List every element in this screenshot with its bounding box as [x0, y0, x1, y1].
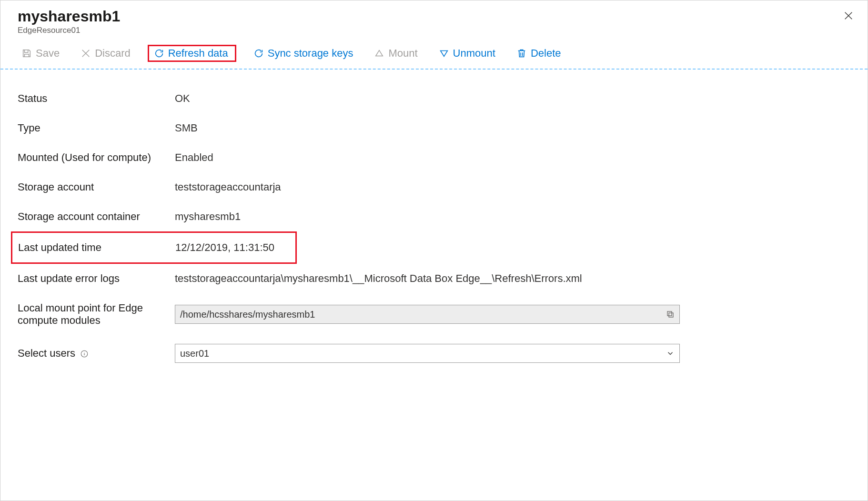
row-storage-account: Storage account teststorageaccountarja [18, 172, 850, 202]
row-error-logs: Last update error logs teststorageaccoun… [18, 264, 850, 293]
delete-button[interactable]: Delete [513, 45, 565, 61]
save-icon [21, 48, 32, 59]
close-button[interactable] [841, 8, 856, 23]
mount-button[interactable]: Mount [370, 45, 421, 61]
sync-label: Sync storage keys [268, 47, 353, 60]
mount-point-field: /home/hcsshares/mysharesmb1 [175, 305, 680, 324]
save-button[interactable]: Save [18, 45, 63, 61]
svg-rect-1 [667, 311, 672, 316]
close-icon [843, 10, 854, 21]
unmount-icon [439, 48, 449, 59]
svg-rect-0 [669, 313, 673, 317]
value-container: mysharesmb1 [175, 210, 850, 223]
value-mounted: Enabled [175, 151, 850, 164]
discard-button[interactable]: Discard [77, 45, 134, 61]
value-status: OK [175, 92, 850, 105]
label-mounted: Mounted (Used for compute) [18, 151, 175, 164]
value-storage-account: teststorageaccountarja [175, 181, 850, 193]
row-type: Type SMB [18, 113, 850, 143]
mount-icon [374, 48, 384, 59]
refresh-icon [154, 48, 164, 59]
resource-subtitle: EdgeResource01 [18, 26, 850, 35]
delete-label: Delete [531, 47, 561, 60]
label-container: Storage account container [18, 210, 175, 223]
label-mount-point: Local mount point for Edge compute modul… [18, 302, 175, 327]
label-last-updated: Last updated time [18, 241, 175, 254]
discard-icon [81, 48, 91, 59]
sync-icon [253, 48, 264, 59]
discard-label: Discard [95, 47, 131, 60]
share-details-panel: mysharesmb1 EdgeResource01 Save Discard … [0, 0, 868, 501]
refresh-data-button[interactable]: Refresh data [148, 45, 236, 62]
copy-icon[interactable] [666, 310, 675, 319]
save-label: Save [36, 47, 60, 60]
refresh-label: Refresh data [168, 47, 228, 60]
page-title: mysharesmb1 [18, 8, 850, 25]
select-users-dropdown[interactable]: user01 [175, 344, 680, 363]
command-bar: Save Discard Refresh data Sync storage k… [0, 41, 868, 70]
panel-header: mysharesmb1 EdgeResource01 [0, 0, 868, 41]
row-status: Status OK [18, 84, 850, 113]
row-last-updated: Last updated time 12/12/2019, 11:31:50 [11, 231, 297, 264]
info-icon[interactable] [80, 350, 89, 358]
mount-label: Mount [388, 47, 417, 60]
details-content: Status OK Type SMB Mounted (Used for com… [0, 70, 868, 386]
value-last-updated: 12/12/2019, 11:31:50 [175, 241, 290, 254]
chevron-down-icon [666, 349, 675, 358]
unmount-button[interactable]: Unmount [435, 45, 499, 61]
select-users-value: user01 [180, 348, 209, 359]
row-mounted: Mounted (Used for compute) Enabled [18, 143, 850, 172]
value-error-logs: teststorageaccountarja\mysharesmb1\__Mic… [175, 272, 850, 285]
value-type: SMB [175, 122, 850, 134]
delete-icon [516, 48, 527, 59]
mount-point-value: /home/hcsshares/mysharesmb1 [180, 309, 315, 320]
label-storage-account: Storage account [18, 181, 175, 193]
label-select-users: Select users [18, 347, 175, 360]
label-status: Status [18, 92, 175, 105]
select-users-text: Select users [18, 347, 75, 359]
row-select-users: Select users user01 [18, 335, 850, 371]
row-container: Storage account container mysharesmb1 [18, 202, 850, 231]
label-error-logs: Last update error logs [18, 272, 175, 285]
sync-storage-keys-button[interactable]: Sync storage keys [250, 45, 357, 61]
row-mount-point: Local mount point for Edge compute modul… [18, 293, 850, 335]
unmount-label: Unmount [453, 47, 495, 60]
label-type: Type [18, 122, 175, 134]
